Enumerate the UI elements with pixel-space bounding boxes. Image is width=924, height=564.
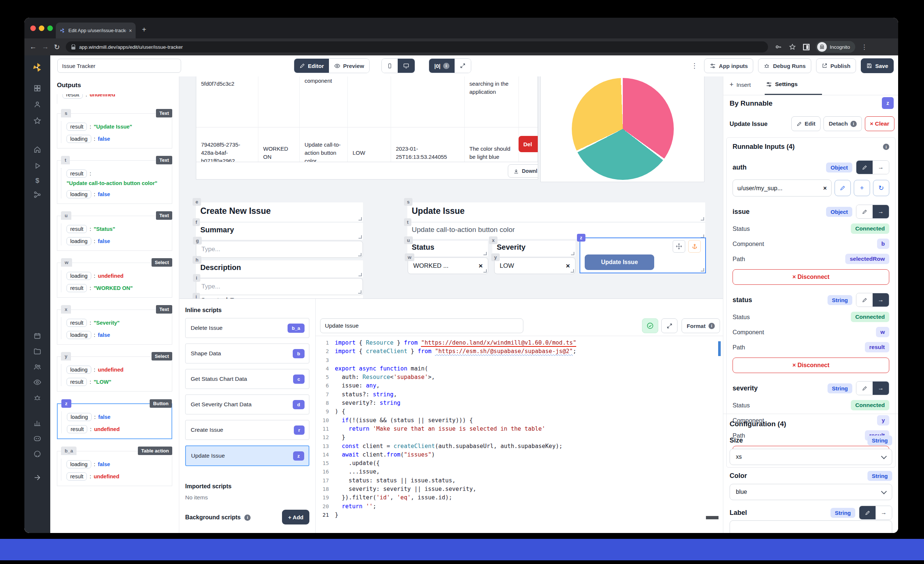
- code-line[interactable]: 20 return '';: [316, 502, 723, 511]
- description-input[interactable]: i Type...: [196, 278, 363, 295]
- static-mode-button[interactable]: [856, 161, 873, 174]
- code-line[interactable]: 19 }).filter('id', 'eq', issue.id);: [316, 494, 723, 502]
- more-menu-icon[interactable]: ⋮: [691, 62, 698, 70]
- output-key-pill[interactable]: result: [66, 319, 87, 327]
- code-line[interactable]: 13 const client = createClient(auth.supa…: [316, 442, 723, 450]
- output-id-badge[interactable]: w: [61, 258, 72, 267]
- output-key-pill[interactable]: loading: [67, 413, 92, 421]
- connect-mode-button[interactable]: →: [873, 293, 889, 307]
- code-line[interactable]: 7 status?: string,: [316, 390, 723, 399]
- clear-icon[interactable]: ×: [478, 262, 483, 270]
- script-item-z[interactable]: Update Issuez: [185, 446, 309, 466]
- update-issue-subtitle-comp[interactable]: t Update call-to-action button color: [407, 223, 705, 239]
- script-item-d[interactable]: Get Severity Chart Datad: [185, 395, 309, 414]
- code-line[interactable]: 16 ...issue,: [316, 468, 723, 476]
- publish-button[interactable]: Publish: [816, 58, 856, 73]
- size-select[interactable]: xs: [730, 449, 892, 465]
- connect-mode-button[interactable]: →: [873, 161, 889, 174]
- code-line[interactable]: 14 await client.from("issues"): [316, 450, 723, 459]
- clear-icon[interactable]: ×: [566, 262, 570, 270]
- app-name-input[interactable]: [57, 59, 181, 73]
- flow-branch-icon[interactable]: [33, 191, 41, 199]
- status-select[interactable]: w WORKED ... ×: [408, 257, 488, 274]
- collapse-arrow-icon[interactable]: [33, 474, 41, 482]
- table-cell[interactable]: [348, 76, 391, 127]
- code-line[interactable]: 17 status: status || issue.status,: [316, 476, 723, 485]
- summary-label-comp[interactable]: f Summary: [196, 223, 363, 240]
- script-item-b_a[interactable]: Delete Issueb_a: [185, 318, 309, 338]
- grid-icon[interactable]: [33, 84, 41, 92]
- color-select[interactable]: blue: [730, 484, 892, 500]
- output-key-pill[interactable]: result: [66, 473, 87, 480]
- new-tab-button[interactable]: +: [142, 26, 146, 33]
- bar-chart-icon[interactable]: [33, 419, 41, 427]
- code-line[interactable]: 1import { Resource } from "https://deno.…: [316, 339, 723, 347]
- output-key-pill[interactable]: loading: [66, 272, 91, 280]
- status-label-comp[interactable]: u Status: [407, 241, 488, 256]
- vertical-scrollbar[interactable]: [718, 341, 721, 356]
- output-id-badge[interactable]: u: [61, 211, 71, 220]
- add-background-script-button[interactable]: + Add: [282, 510, 309, 525]
- static-mode-button[interactable]: [860, 506, 876, 519]
- code-line[interactable]: 15 .update({: [316, 459, 723, 468]
- static-mode-button[interactable]: [856, 381, 873, 395]
- output-key-pill[interactable]: loading: [66, 366, 91, 374]
- edit-runnable-button[interactable]: Edit: [791, 116, 820, 131]
- code-line[interactable]: 5 auth: Resource<'supabase'>,: [316, 373, 723, 381]
- clear-icon[interactable]: ×: [823, 185, 827, 192]
- bookmark-star-icon[interactable]: [789, 43, 796, 51]
- output-id-badge[interactable]: s: [61, 109, 71, 117]
- output-id-badge[interactable]: b_a: [61, 447, 76, 455]
- table-cell[interactable]: searching in the application: [465, 76, 519, 127]
- app-inputs-button[interactable]: App inputs: [704, 58, 753, 73]
- connect-mode-button[interactable]: →: [873, 381, 889, 395]
- desktop-view-button[interactable]: [398, 59, 415, 73]
- console-counter-button[interactable]: |0|i: [429, 59, 454, 73]
- play-icon[interactable]: [33, 162, 41, 170]
- script-item-r[interactable]: Create Issuer: [185, 420, 309, 440]
- severity-label-comp[interactable]: x Severity: [492, 241, 576, 256]
- key-icon[interactable]: [775, 43, 782, 51]
- preview-tab[interactable]: Preview: [329, 59, 369, 73]
- created-by-label-comp[interactable]: j Created By: [196, 295, 363, 298]
- code-area[interactable]: 1import { Resource } from "https://deno.…: [316, 339, 723, 531]
- output-key-pill[interactable]: loading: [66, 190, 91, 198]
- code-line[interactable]: 9) {: [316, 407, 723, 416]
- debug-runs-button[interactable]: Debug Runs: [758, 58, 811, 73]
- discord-icon[interactable]: [33, 434, 41, 443]
- update-button-component[interactable]: z Update Issue: [579, 238, 706, 273]
- browser-menu-icon[interactable]: ⋮: [861, 43, 867, 51]
- resource-picker[interactable]: u/user/my_sup... ×: [732, 180, 832, 196]
- create-issue-heading[interactable]: e Create New Issue: [196, 202, 363, 221]
- static-mode-button[interactable]: [856, 293, 873, 307]
- script-name-input[interactable]: [320, 319, 524, 333]
- back-icon[interactable]: ←: [30, 43, 37, 51]
- table-cell[interactable]: [391, 76, 465, 127]
- code-line[interactable]: 6 issue: any,: [316, 381, 723, 390]
- maximize-window-button[interactable]: [47, 25, 53, 31]
- calendar-icon[interactable]: [33, 332, 41, 340]
- script-item-c[interactable]: Get Status Chart Datac: [185, 369, 309, 389]
- disconnect-button[interactable]: × Disconnect: [732, 269, 889, 285]
- close-tab-icon[interactable]: ×: [129, 28, 132, 34]
- code-line[interactable]: 18 severity: severity || issue.severity,: [316, 485, 723, 494]
- clear-button[interactable]: × Clear: [865, 116, 894, 131]
- output-key-pill[interactable]: result: [66, 225, 87, 233]
- output-id-badge[interactable]: x: [61, 305, 71, 314]
- severity-select[interactable]: y LOW ×: [494, 257, 576, 274]
- download-button[interactable]: Downl: [508, 165, 538, 178]
- lint-ok-button[interactable]: [642, 319, 658, 333]
- insert-tab[interactable]: + Insert: [730, 81, 751, 89]
- expand-editor-button[interactable]: [661, 319, 678, 333]
- app-canvas[interactable]: 5fd0f7d5c3c2componentsearching in the ap…: [179, 76, 723, 298]
- tab-preview-icon[interactable]: [803, 43, 810, 51]
- description-label-comp[interactable]: h Description: [196, 260, 363, 277]
- output-key-pill[interactable]: result: [66, 123, 87, 131]
- code-line[interactable]: 10 if(!(issue && (status || severity))) …: [316, 416, 723, 425]
- horizontal-scrollbar[interactable]: [706, 516, 718, 519]
- add-resource-button[interactable]: +: [854, 180, 870, 196]
- browser-tab[interactable]: Edit App u/user/issue-tracker | ×: [56, 22, 136, 39]
- close-window-button[interactable]: [30, 25, 36, 31]
- mobile-view-button[interactable]: [382, 59, 398, 73]
- output-id-badge[interactable]: t: [61, 156, 70, 165]
